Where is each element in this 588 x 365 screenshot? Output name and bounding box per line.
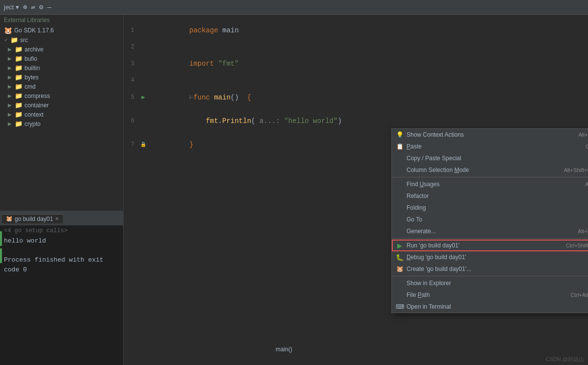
- menu-shortcut-find-usages: Alt+F7: [585, 181, 588, 187]
- menu-item-create[interactable]: 🐹 Create 'go build day01'...: [392, 263, 588, 275]
- separator-3: [392, 276, 588, 276]
- chevron-icon: ▶: [8, 121, 13, 126]
- line-num-6: 6: [124, 118, 138, 124]
- menu-item-column-selection[interactable]: Column Selection Mode Alt+Shift+Insert: [392, 164, 588, 176]
- context-menu: 💡 Show Context Actions Alt+Enter 📋 Paste…: [391, 128, 588, 313]
- no-icon-folding: [396, 204, 404, 212]
- no-icon-copy-paste: [396, 154, 404, 162]
- terminal-icon: ⌨: [396, 303, 404, 311]
- sidebar-item-builtin[interactable]: ▶ 📁 builtin: [0, 63, 123, 73]
- menu-item-debug[interactable]: 🐛 Debug 'go build day01': [392, 251, 588, 263]
- menu-item-goto[interactable]: Go To ▶: [392, 214, 588, 225]
- minimize-icon[interactable]: —: [47, 3, 51, 11]
- item-label: crypto: [25, 121, 41, 127]
- output-empty: [4, 246, 120, 256]
- run-indicator: [0, 231, 2, 246]
- folder-icon: 📁: [15, 55, 23, 62]
- sidebar-item-archive[interactable]: ▶ 📁 archive: [0, 45, 123, 54]
- menu-item-generate[interactable]: Generate... Alt+Insert: [392, 225, 588, 237]
- menu-label-run: Run 'go build day01': [407, 242, 460, 249]
- debug-icon: 🐛: [396, 253, 404, 261]
- folder-icon: 📁: [15, 46, 23, 53]
- item-label: bufio: [25, 55, 37, 62]
- menu-shortcut-paste: Ctrl+V: [586, 144, 588, 149]
- menu-item-find-usages[interactable]: Find Usages Alt+F7: [392, 178, 588, 190]
- menu-item-show-explorer[interactable]: Show in Explorer: [392, 277, 588, 289]
- menu-item-copy-paste-special[interactable]: Copy / Paste Special ▶: [392, 152, 588, 164]
- menu-shortcut-column-selection: Alt+Shift+Insert: [564, 167, 588, 173]
- sync-icon[interactable]: ⇌: [31, 3, 35, 11]
- bottom-panel-content: <4 go setup calls> hello world Process f…: [0, 225, 124, 365]
- sidebar-item-compress[interactable]: ▶ 📁 compress: [0, 91, 123, 100]
- run-tab-label: go build day01: [15, 216, 53, 222]
- item-label: archive: [25, 46, 44, 53]
- menu-shortcut-run: Ctrl+Shift+F10: [566, 243, 588, 248]
- sidebar-item-bytes[interactable]: ▶ 📁 bytes: [0, 73, 123, 82]
- sidebar-tree: External Libraries 🐹 Go SDK 1.17.6 ✓ 📁 s…: [0, 15, 123, 211]
- folder-icon: 📁: [15, 120, 23, 127]
- menu-label-copy-paste-special: Copy / Paste Special: [407, 155, 461, 162]
- project-title[interactable]: ject ▾: [4, 3, 19, 11]
- sidebar: External Libraries 🐹 Go SDK 1.17.6 ✓ 📁 s…: [0, 15, 124, 365]
- menu-item-run[interactable]: ▶ Run 'go build day01' Ctrl+Shift+F10: [392, 240, 588, 251]
- menu-item-show-context-actions[interactable]: 💡 Show Context Actions Alt+Enter: [392, 129, 588, 141]
- code-text-7: }: [148, 133, 193, 156]
- menu-item-open-terminal[interactable]: ⌨ Open in Terminal: [392, 301, 588, 313]
- line-num-5: 5: [124, 94, 138, 101]
- paste-icon: 📋: [396, 143, 404, 150]
- sidebar-item-crypto[interactable]: ▶ 📁 crypto: [0, 119, 123, 128]
- code-line-2: 2: [124, 42, 588, 52]
- tab-close-icon[interactable]: ✕: [55, 216, 59, 221]
- code-text-1: package main: [148, 19, 239, 42]
- menu-item-file-path[interactable]: File Path Ctrl+Alt+F12: [392, 289, 588, 301]
- sidebar-item-context[interactable]: ▶ 📁 context: [0, 110, 123, 119]
- code-text-6: fmt.Println( a...: "hello world"): [148, 109, 342, 133]
- editor-area: 1 package main 2 3 import "fmt": [124, 15, 588, 365]
- folder-icon: 📁: [10, 36, 18, 44]
- chevron-icon: ▶: [8, 74, 13, 80]
- folder-icon: 📁: [15, 92, 23, 99]
- menu-label-column-selection: Column Selection Mode: [407, 167, 469, 173]
- src-label: src: [20, 37, 28, 44]
- go-sdk-item[interactable]: 🐹 Go SDK 1.17.6: [0, 25, 123, 35]
- fold-icon: 🔒: [140, 142, 146, 147]
- code-line-4: 4: [124, 75, 588, 85]
- gutter-7: 🔒: [138, 142, 148, 147]
- menu-label-open-terminal: Open in Terminal: [407, 303, 451, 310]
- chevron-icon: ▶: [8, 93, 13, 98]
- run-button[interactable]: ▶: [141, 94, 145, 101]
- menu-shortcut-file-path: Ctrl+Alt+F12: [570, 292, 588, 298]
- external-libraries-label: External Libraries: [0, 15, 123, 25]
- output-hello: hello world: [4, 236, 120, 246]
- gutter-5: ▶: [138, 94, 148, 101]
- sidebar-item-cmd[interactable]: ▶ 📁 cmd: [0, 82, 123, 91]
- src-item[interactable]: ✓ 📁 src: [0, 35, 123, 45]
- menu-shortcut-generate: Alt+Insert: [578, 228, 588, 234]
- bulb-icon: 💡: [396, 131, 404, 139]
- run-tab-icon: 🐹: [6, 216, 13, 222]
- sidebar-item-container[interactable]: ▶ 📁 container: [0, 100, 123, 110]
- run-tab[interactable]: 🐹 go build day01 ✕: [2, 214, 63, 223]
- create-icon: 🐹: [396, 265, 404, 273]
- toolbar: ject ▾ ⊕ ⇌ ⚙ —: [0, 0, 588, 15]
- menu-label-show-context-actions: Show Context Actions: [407, 131, 464, 138]
- chevron-icon: ▶: [8, 65, 13, 71]
- add-icon[interactable]: ⊕: [23, 3, 27, 11]
- separator-2: [392, 238, 588, 239]
- sidebar-item-bufio[interactable]: ▶ 📁 bufio: [0, 54, 123, 63]
- no-icon-generate: [396, 227, 404, 235]
- bottom-panel-tabs: 🐹 go build day01 ✕: [0, 212, 124, 225]
- item-label: builtin: [25, 65, 40, 72]
- menu-label-find-usages: Find Usages: [407, 181, 439, 188]
- no-icon-find: [396, 180, 404, 188]
- settings-icon[interactable]: ⚙: [39, 3, 43, 11]
- no-icon-column: [396, 166, 404, 174]
- go-sdk-label: Go SDK 1.17.6: [14, 27, 54, 34]
- run-indicator2: [0, 248, 2, 263]
- menu-label-folding: Folding: [407, 204, 426, 211]
- go-sdk-icon: 🐹: [4, 26, 12, 34]
- menu-item-folding[interactable]: Folding ▶: [392, 202, 588, 214]
- setup-calls-label: <4 go setup calls>: [4, 227, 120, 234]
- menu-item-paste[interactable]: 📋 Paste Ctrl+V: [392, 141, 588, 152]
- menu-item-refactor[interactable]: Refactor ▶: [392, 190, 588, 202]
